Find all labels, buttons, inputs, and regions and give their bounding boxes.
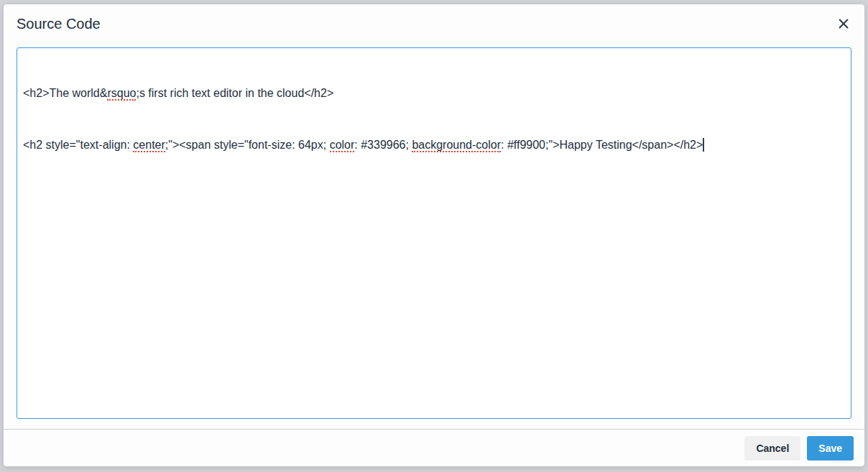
cancel-button[interactable]: Cancel (744, 436, 800, 461)
code-segment: : #ff9900;">Happy Testing</span></h2> (501, 139, 703, 151)
code-segment: <h2 style="text-align: (23, 139, 133, 151)
source-code-textarea[interactable]: <h2>The world&rsquo;s first rich text ed… (17, 47, 851, 419)
code-segment-misspelled: color (330, 139, 355, 152)
text-caret (703, 138, 704, 152)
code-line-1: <h2>The world&rsquo;s first rich text ed… (23, 85, 845, 102)
dialog-header: Source Code (4, 4, 864, 42)
page-background: Source Code <h2>The world&rsquo;s first … (0, 0, 868, 472)
code-segment: <h2>The world& (23, 87, 107, 99)
save-button[interactable]: Save (807, 436, 854, 461)
code-segment-misspelled: center (133, 139, 165, 152)
code-segment: ;s first rich text editor in the cloud</… (136, 87, 333, 99)
code-segment: : #339966; (354, 139, 412, 151)
code-segment-misspelled: background-color (412, 139, 501, 152)
dialog-title: Source Code (17, 14, 101, 33)
code-segment-misspelled: rsquo (107, 87, 136, 101)
close-icon (838, 18, 849, 29)
code-line-2: <h2 style="text-align: center;"><span st… (23, 136, 845, 154)
close-button[interactable] (831, 11, 856, 36)
code-segment: ;"><span style="font-size: 64px; (165, 139, 330, 151)
dialog-body: <h2>The world&rsquo;s first rich text ed… (4, 42, 864, 429)
source-code-dialog: Source Code <h2>The world&rsquo;s first … (3, 4, 865, 467)
dialog-footer: Cancel Save (4, 429, 864, 466)
